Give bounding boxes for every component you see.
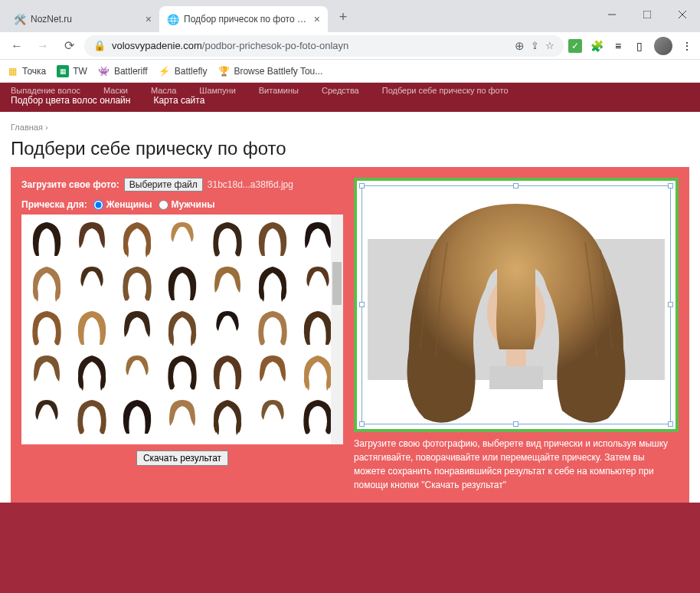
tab-strip: 🛠️ NozNet.ru × 🌐 Подбор причесок по фото…: [6, 6, 594, 32]
ext-list-icon[interactable]: ≡: [611, 39, 625, 53]
resize-handle[interactable]: [513, 421, 518, 427]
close-window-button[interactable]: [665, 3, 700, 26]
svg-rect-1: [643, 11, 651, 18]
hairstyle-thumb[interactable]: [206, 262, 250, 305]
nav-link[interactable]: Средства: [322, 86, 359, 95]
bookmark-battlefly[interactable]: ⚡Battlefly: [159, 65, 208, 77]
preview-canvas[interactable]: [354, 178, 679, 432]
hairstyle-thumb[interactable]: [70, 306, 113, 349]
scroll-thumb[interactable]: [332, 262, 342, 305]
nav-link[interactable]: Витамины: [259, 86, 299, 95]
ext-check-icon[interactable]: ✓: [568, 39, 582, 53]
hairstyle-thumb[interactable]: [160, 351, 204, 394]
hairstyle-thumb[interactable]: [206, 306, 250, 349]
radio-women[interactable]: [93, 200, 103, 210]
nav-link[interactable]: Масла: [151, 86, 176, 95]
address-bar[interactable]: 🔒 volosvypadenie.com/podbor-prichesok-po…: [84, 35, 564, 57]
menu-icon[interactable]: ⋮: [680, 39, 694, 53]
lock-icon: 🔒: [93, 40, 106, 51]
upload-row: Загрузите свое фото: Выберите файл 31bc1…: [21, 178, 343, 192]
resize-handle[interactable]: [359, 302, 365, 307]
hairstyle-thumb[interactable]: [115, 351, 159, 394]
tab-label: NozNet.ru: [31, 14, 141, 25]
hairstyle-thumb[interactable]: [70, 395, 113, 438]
gender-row: Прическа для: Женщины Мужчины: [21, 199, 343, 210]
gallery-scrollbar[interactable]: [331, 215, 343, 444]
upload-label: Загрузите свое фото:: [21, 179, 119, 190]
hairstyle-thumb[interactable]: [25, 306, 68, 349]
share-icon[interactable]: ⇪: [531, 40, 539, 51]
bookmarks-bar: ▦Точка ▦TW 👾Battleriff ⚡Battlefly 🏆Brows…: [0, 60, 700, 83]
nav-link[interactable]: Карта сайта: [153, 95, 204, 106]
file-name: 31bc18d...a38f6d.jpg: [208, 179, 293, 190]
nav-link[interactable]: Подбор цвета волос онлайн: [11, 95, 130, 106]
radio-men[interactable]: [159, 200, 168, 210]
hairstyle-thumb[interactable]: [160, 306, 204, 349]
bookmark-tw[interactable]: ▦TW: [57, 65, 87, 77]
hairstyle-thumb[interactable]: [70, 351, 113, 394]
nav-link[interactable]: Маски: [103, 86, 128, 95]
minimize-button[interactable]: [594, 3, 630, 26]
ext-note-icon[interactable]: ▯: [633, 39, 646, 53]
tab-noznet[interactable]: 🛠️ NozNet.ru ×: [6, 6, 159, 32]
hairstyle-thumb[interactable]: [206, 395, 250, 438]
extensions: ✓ 🧩 ≡ ▯ ⋮: [568, 37, 694, 55]
titlebar: 🛠️ NozNet.ru × 🌐 Подбор причесок по фото…: [0, 0, 700, 32]
download-button[interactable]: Скачать результат: [136, 450, 228, 466]
bookmark-battlefy[interactable]: 🏆Browse Battlefy Tou...: [218, 65, 322, 77]
nav-link[interactable]: Подбери себе прическу по фото: [382, 86, 509, 95]
bookmark-tochka[interactable]: ▦Точка: [6, 65, 46, 77]
tab-label: Подбор причесок по фото онла: [184, 14, 309, 25]
hairstyle-thumb[interactable]: [25, 351, 68, 394]
bookmark-battleriff[interactable]: 👾Battleriff: [98, 65, 148, 77]
hairstyle-thumb[interactable]: [206, 351, 250, 394]
star-icon[interactable]: ☆: [545, 40, 554, 51]
hairstyle-thumb[interactable]: [115, 395, 159, 438]
ext-puzzle-icon[interactable]: 🧩: [590, 39, 604, 53]
resize-handle[interactable]: [359, 421, 365, 427]
hairstyle-thumb[interactable]: [251, 262, 295, 305]
nav-link[interactable]: Выпадение волос: [11, 86, 80, 95]
hairstyle-thumb[interactable]: [160, 395, 204, 438]
gallery-wrap: [21, 215, 343, 444]
hairstyle-thumb[interactable]: [115, 218, 159, 260]
hairstyle-thumb[interactable]: [70, 262, 113, 305]
page-title: Подбери себе прическу по фото: [11, 138, 689, 167]
back-button[interactable]: ←: [6, 35, 28, 57]
hairstyle-thumb[interactable]: [206, 218, 250, 260]
resize-handle[interactable]: [359, 183, 365, 188]
content-area: Главная › Подбери себе прическу по фото …: [0, 112, 700, 503]
page-content: Выпадение волос Маски Масла Шампуни Вита…: [0, 83, 700, 593]
hairstyle-thumb[interactable]: [115, 262, 159, 305]
hairstyle-thumb[interactable]: [70, 218, 113, 260]
hairstyle-thumb[interactable]: [251, 218, 295, 260]
hairstyle-thumb[interactable]: [251, 395, 295, 438]
hairstyle-thumb[interactable]: [160, 262, 204, 305]
hairstyle-thumb[interactable]: [251, 306, 295, 349]
hairstyle-thumb[interactable]: [251, 351, 295, 394]
hairstyle-gallery[interactable]: [21, 215, 343, 444]
hairstyle-thumb[interactable]: [25, 218, 68, 260]
reload-button[interactable]: ⟳: [58, 35, 80, 57]
tab-podbor[interactable]: 🌐 Подбор причесок по фото онла ×: [159, 6, 328, 32]
nav-row-bottom: Подбор цвета волос онлайн Карта сайта: [11, 95, 689, 106]
breadcrumb[interactable]: Главная ›: [11, 120, 689, 138]
hairstyle-thumb[interactable]: [25, 395, 68, 438]
search-icon[interactable]: ⊕: [515, 39, 525, 53]
resize-handle[interactable]: [668, 421, 673, 427]
forward-button[interactable]: →: [32, 35, 54, 57]
maximize-button[interactable]: [630, 3, 665, 26]
preview-column: Загрузите свою фотографию, выберете вид …: [354, 178, 679, 492]
hairstyle-thumb[interactable]: [25, 262, 68, 305]
resize-handle[interactable]: [513, 183, 518, 188]
close-icon[interactable]: ×: [314, 13, 320, 25]
hairstyle-thumb[interactable]: [160, 218, 204, 260]
new-tab-button[interactable]: +: [332, 6, 354, 28]
hairstyle-thumb[interactable]: [115, 306, 159, 349]
resize-handle[interactable]: [668, 302, 673, 307]
nav-link[interactable]: Шампуни: [199, 86, 235, 95]
profile-avatar[interactable]: [654, 37, 672, 55]
close-icon[interactable]: ×: [146, 13, 152, 25]
resize-handle[interactable]: [668, 183, 673, 188]
choose-file-button[interactable]: Выберите файл: [124, 178, 203, 192]
